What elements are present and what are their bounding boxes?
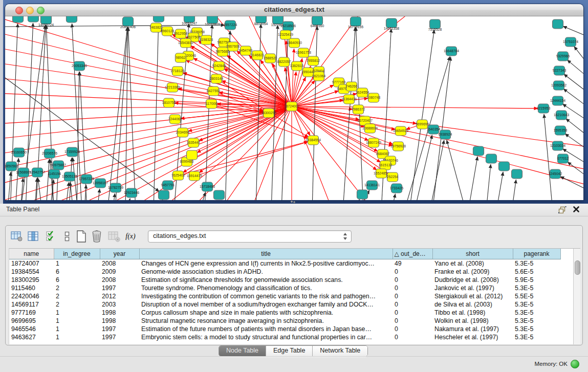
close-panel-icon[interactable] xyxy=(573,206,580,213)
graph-node-label: 16524851 xyxy=(374,171,389,175)
graph-node-label: 1810755 xyxy=(162,101,176,104)
new-column-icon[interactable] xyxy=(74,229,89,244)
table-row[interactable]: 1830029562008Estimation of significance … xyxy=(9,276,560,284)
graph-node-label: 8912954 xyxy=(174,32,188,35)
table-settings-icon[interactable] xyxy=(10,229,24,244)
network-view[interactable]: 1405572420891406106532471603380978572248… xyxy=(5,16,583,200)
delete-column-icon[interactable] xyxy=(90,229,104,244)
graph-node-label: 6466160 xyxy=(311,24,324,28)
column-header-short[interactable]: short xyxy=(432,249,513,259)
graph-node-label: 1635447 xyxy=(187,141,201,144)
edge-line xyxy=(8,172,11,200)
table-cell: 0 xyxy=(393,300,432,309)
graph-node-label: 19654923 xyxy=(393,129,408,133)
edge-line xyxy=(391,194,396,200)
edge-line xyxy=(292,106,381,162)
table-cell: 5.3E-5 xyxy=(513,309,560,317)
table-cell: Yano et al. (2008) xyxy=(432,259,513,268)
column-header-in_degree[interactable]: in_degree xyxy=(54,249,100,259)
graph-node[interactable] xyxy=(13,16,24,23)
table-cell: 18724007 xyxy=(9,259,54,268)
graph-node[interactable] xyxy=(28,16,39,22)
table-cell: 0 xyxy=(393,325,432,333)
table-cell: 9465546 xyxy=(9,325,54,333)
graph-node[interactable] xyxy=(553,19,563,29)
graph-node-label: 12325419 xyxy=(278,33,293,36)
graph-node[interactable] xyxy=(214,190,225,200)
edge-line xyxy=(154,23,159,200)
table-row[interactable]: 946362711997Embryonic stem cells: a mode… xyxy=(9,333,560,341)
table-row[interactable]: 977716911998Corpus callosum shape and si… xyxy=(9,309,560,317)
desktop-edge xyxy=(0,0,3,204)
table-cell: 1 xyxy=(54,259,100,268)
graph-node-label: 12923446 xyxy=(124,191,139,194)
graph-node-label: 7955812 xyxy=(307,59,320,62)
edge-line xyxy=(544,114,553,200)
clear-selection-icon[interactable] xyxy=(60,229,74,244)
graph-node-label: 12093582 xyxy=(551,83,567,87)
graph-node-label: 18300295 xyxy=(261,111,276,115)
graph-node[interactable] xyxy=(187,150,198,160)
network-window-titlebar[interactable]: citations_edges.txt xyxy=(5,4,583,16)
edge-line xyxy=(496,172,503,200)
graph-node[interactable] xyxy=(486,154,497,163)
table-row[interactable]: 1456911722003Disruption of a novel membe… xyxy=(9,300,560,309)
table-header-row: namein_degreeyeartitle△ out_de…shortpage… xyxy=(9,249,560,259)
tab-node-table[interactable]: Node Table xyxy=(219,346,266,356)
table-cell: 0 xyxy=(393,309,432,317)
graph-node-label: 677012 xyxy=(557,157,569,160)
graph-node-label: 7463822 xyxy=(149,26,163,29)
column-header-pagerank[interactable]: pagerank xyxy=(513,249,560,259)
tab-network-table[interactable]: Network Table xyxy=(313,346,367,356)
table-cell: Estimation of the future numbers of pati… xyxy=(139,325,393,333)
table-cell: 1998 xyxy=(100,309,139,317)
table-selector-dropdown[interactable]: citations_edges.txt xyxy=(148,230,352,243)
graph-node-label: 9146821 xyxy=(251,53,265,57)
graph-node-label: 2684067 xyxy=(376,152,390,156)
graph-node-label: 9777169 xyxy=(332,80,346,84)
graph-node-label: 117006 xyxy=(206,102,217,105)
table-scrollbar-thumb[interactable] xyxy=(575,260,580,275)
graph-node-label: 20206576 xyxy=(42,151,57,155)
edge-line xyxy=(20,178,23,200)
table-cell: Structural magnetic resonance image aver… xyxy=(139,317,393,325)
column-header-out_de[interactable]: △ out_de… xyxy=(393,249,432,259)
graph-node[interactable] xyxy=(154,16,164,22)
graph-node-label: 9875685 xyxy=(216,50,230,53)
graph-node[interactable] xyxy=(473,146,484,156)
graph-node-label: 16210643 xyxy=(554,113,569,117)
network-canvas[interactable]: 1405572420891406106532471603380978572248… xyxy=(5,16,583,200)
graph-node[interactable] xyxy=(67,16,77,23)
table-row[interactable]: 1872400712008Changes of HCN gene express… xyxy=(9,259,560,268)
table-row[interactable]: 969969511998Structural magnetic resonanc… xyxy=(9,317,560,325)
graph-node-label: 2867608 xyxy=(226,45,240,48)
edge-line xyxy=(292,85,334,106)
edge-line xyxy=(70,182,73,200)
edge-line xyxy=(84,185,86,200)
column-header-name[interactable]: name xyxy=(9,249,54,259)
table-row[interactable]: 911546021997Tourette syndrome. Phenomeno… xyxy=(9,284,560,292)
table-row[interactable]: 946554611997Estimation of the future num… xyxy=(9,325,560,333)
table-row[interactable]: 1938455462009Genome-wide association stu… xyxy=(9,268,560,276)
table-cell: Dudbridge et al. (2008) xyxy=(432,276,513,284)
table-cell: Tibbo et al. (1998) xyxy=(432,309,513,317)
float-window-icon[interactable] xyxy=(558,206,567,213)
combo-stepper-icon[interactable] xyxy=(343,232,347,240)
table-toolbar: f(x) citations_edges.txt xyxy=(9,228,579,246)
column-header-year[interactable]: year xyxy=(100,249,139,259)
column-visibility-icon[interactable] xyxy=(26,229,40,244)
graph-node[interactable] xyxy=(357,190,368,199)
graph-node[interactable] xyxy=(499,162,510,171)
graph-node[interactable] xyxy=(159,190,169,200)
function-builder-icon[interactable]: f(x) xyxy=(123,229,138,244)
row-selection-icon[interactable] xyxy=(43,229,58,244)
table-cell: 2003 xyxy=(100,300,139,309)
graph-node[interactable] xyxy=(512,169,522,179)
graph-node-label: 12213369 xyxy=(165,85,180,89)
table-scrollbar[interactable] xyxy=(573,249,580,344)
column-header-title[interactable]: title xyxy=(139,249,393,259)
split-pane-grip[interactable] xyxy=(290,201,296,203)
graph-node-label: 8215953 xyxy=(537,106,551,110)
tab-edge-table[interactable]: Edge Table xyxy=(266,346,313,356)
table-row[interactable]: 2242004622012Investigating the contribut… xyxy=(9,292,560,300)
